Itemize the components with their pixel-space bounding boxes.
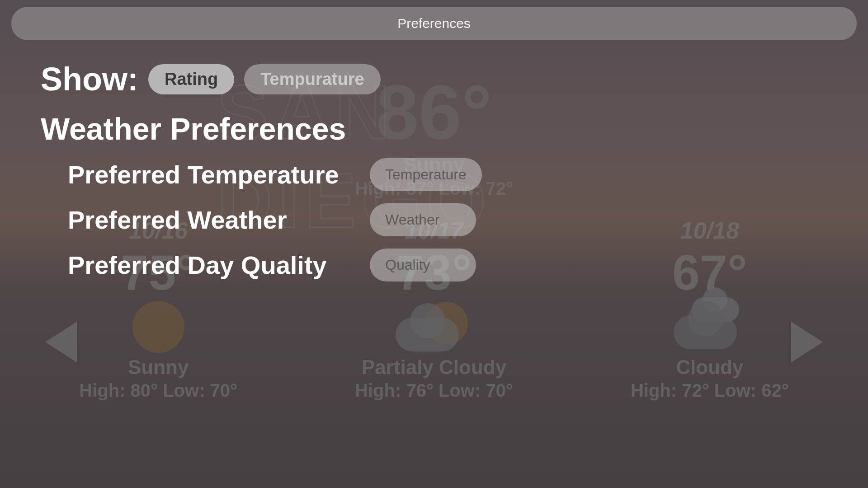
show-label: Show: <box>41 61 138 98</box>
preferred-day-quality-label: Preferred Day Quality <box>68 250 357 280</box>
preferred-weather-label: Preferred Weather <box>68 205 357 235</box>
show-option-temperature[interactable]: Tempurature <box>244 64 380 94</box>
preferences-header[interactable]: Preferences <box>11 7 857 40</box>
show-option-rating[interactable]: Rating <box>148 64 234 94</box>
preferred-temperature-label: Preferred Temperature <box>68 160 357 189</box>
preferred-weather-input[interactable]: Weather <box>370 203 476 236</box>
preferred-day-quality-input[interactable]: Quality <box>370 249 476 282</box>
weather-preferences-heading: Weather Preferences <box>41 111 857 146</box>
preferred-temperature-input[interactable]: Temperature <box>370 158 482 191</box>
